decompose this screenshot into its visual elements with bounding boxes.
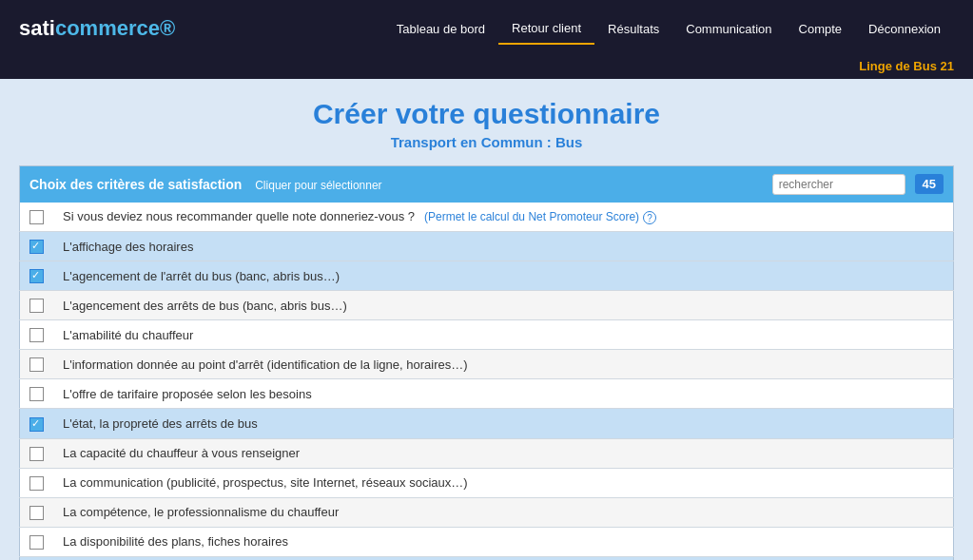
checkbox-cell[interactable] [20, 379, 54, 409]
nps-note: (Permet le calcul du Net Promoteur Score… [424, 210, 639, 223]
checkbox-icon[interactable] [29, 417, 44, 432]
nav-tableau-de-bord[interactable]: Tableau de bord [383, 14, 498, 44]
nav-communication[interactable]: Communication [672, 14, 785, 44]
criteria-label: L'information donnée au point d'arrêt (i… [53, 350, 954, 379]
checkbox-cell[interactable] [20, 438, 54, 468]
search-input[interactable] [772, 174, 905, 195]
table-header: Choix des critères de satisfaction Cliqu… [20, 166, 954, 203]
checkbox-icon[interactable] [29, 269, 44, 283]
checkbox-icon[interactable] [29, 476, 44, 491]
checkbox-cell[interactable] [20, 497, 54, 527]
nav-compte[interactable]: Compte [786, 14, 856, 44]
logo-sati: sati [19, 16, 55, 40]
header: saticommerce® Tableau de bord Retour cli… [0, 0, 973, 57]
table-row[interactable]: Si vous deviez nous recommander quelle n… [20, 203, 954, 232]
checkbox-icon[interactable] [29, 210, 44, 224]
checkbox-icon[interactable] [29, 387, 44, 401]
criteria-count: 45 [915, 174, 944, 194]
table-row[interactable]: La capacité du chauffeur à vous renseign… [20, 438, 954, 468]
criteria-label: L'agencement de l'arrêt du bus (banc, ab… [53, 261, 954, 291]
checkbox-cell[interactable] [20, 232, 54, 261]
checkbox-cell[interactable] [20, 203, 54, 232]
checkbox-cell[interactable] [20, 468, 54, 497]
criteria-label: La disponibilité des plans, fiches horai… [53, 527, 954, 556]
main-content: Créer votre questionnaire Transport en C… [0, 79, 973, 560]
table-header-click: Cliquer pour sélectionner [255, 179, 381, 192]
checkbox-cell[interactable] [20, 261, 54, 291]
criteria-label: La disponibilité et l'écoute du chauffeu… [53, 556, 954, 560]
checkbox-icon[interactable] [29, 357, 44, 372]
page-title: Créer votre questionnaire [19, 98, 954, 130]
table-row[interactable]: La disponibilité des plans, fiches horai… [20, 527, 954, 556]
criteria-table: Choix des critères de satisfaction Cliqu… [19, 165, 954, 560]
bus-line-label: Linge de Bus 21 [859, 59, 954, 73]
criteria-tbody: Si vous deviez nous recommander quelle n… [20, 203, 954, 560]
main-nav: Tableau de bord Retour client Résultats … [383, 13, 954, 45]
table-row[interactable]: L'information donnée au point d'arrêt (i… [20, 350, 954, 379]
checkbox-cell[interactable] [20, 409, 54, 438]
table-row[interactable]: L'offre de tarifaire proposée selon les … [20, 379, 954, 409]
checkbox-icon[interactable] [29, 240, 44, 254]
table-header-left: Choix des critères de satisfaction Cliqu… [20, 166, 629, 203]
table-row[interactable]: La compétence, le professionnalisme du c… [20, 497, 954, 527]
checkbox-cell[interactable] [20, 556, 54, 560]
logo-commerce: commerce [55, 16, 160, 40]
criteria-label: La capacité du chauffeur à vous renseign… [53, 438, 954, 468]
table-row[interactable]: L'affichage des horaires [20, 232, 954, 261]
criteria-label: L'agencement des arrêts de bus (banc, ab… [53, 291, 954, 320]
checkbox-icon[interactable] [29, 535, 44, 550]
nav-resultats[interactable]: Résultats [594, 14, 672, 44]
criteria-label: L'état, la propreté des arrêts de bus [53, 409, 954, 438]
checkbox-cell[interactable] [20, 320, 54, 350]
criteria-label: L'offre de tarifaire proposée selon les … [53, 379, 954, 409]
nav-deconnexion[interactable]: Déconnexion [855, 14, 954, 44]
criteria-label: La communication (publicité, prospectus,… [53, 468, 954, 497]
help-icon[interactable]: ? [643, 211, 656, 224]
checkbox-cell[interactable] [20, 291, 54, 320]
table-row[interactable]: L'agencement des arrêts de bus (banc, ab… [20, 291, 954, 320]
criteria-label: L'amabilité du chauffeur [53, 320, 954, 350]
logo: saticommerce® [19, 16, 175, 41]
checkbox-cell[interactable] [20, 350, 54, 379]
checkbox-icon[interactable] [29, 328, 44, 342]
checkbox-icon[interactable] [29, 447, 44, 461]
table-header-title: Choix des critères de satisfaction [29, 177, 242, 192]
table-row[interactable]: La disponibilité et l'écoute du chauffeu… [20, 556, 954, 560]
criteria-label: La compétence, le professionnalisme du c… [53, 497, 954, 527]
table-header-search-cell: 45 [629, 166, 954, 203]
table-row[interactable]: L'amabilité du chauffeur [20, 320, 954, 350]
subheader-line: Linge de Bus 21 [0, 57, 973, 79]
page-subtitle: Transport en Commun : Bus [19, 134, 954, 150]
checkbox-icon[interactable] [29, 506, 44, 520]
criteria-label: Si vous deviez nous recommander quelle n… [53, 203, 954, 232]
nav-retour-client[interactable]: Retour client [498, 13, 594, 45]
table-row[interactable]: L'état, la propreté des arrêts de bus [20, 409, 954, 438]
checkbox-icon[interactable] [29, 299, 44, 313]
table-row[interactable]: La communication (publicité, prospectus,… [20, 468, 954, 497]
table-row[interactable]: L'agencement de l'arrêt du bus (banc, ab… [20, 261, 954, 291]
criteria-label: L'affichage des horaires [53, 232, 954, 261]
checkbox-cell[interactable] [20, 527, 54, 556]
logo-dot: ® [160, 16, 175, 40]
